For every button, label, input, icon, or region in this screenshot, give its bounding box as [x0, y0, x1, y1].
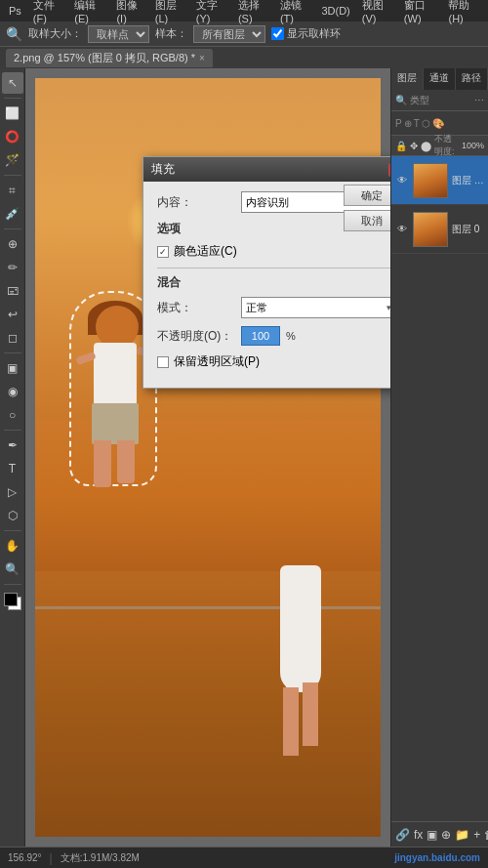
eyedropper-tool[interactable]: 💉	[2, 203, 23, 225]
filter-icon-3[interactable]: T	[414, 118, 420, 129]
menu-image[interactable]: 图像(I)	[111, 0, 147, 26]
add-group-button[interactable]: 📁	[455, 827, 469, 843]
sample-size-dropdown[interactable]: 取样点	[88, 25, 149, 43]
menu-layer[interactable]: 图层(L)	[150, 0, 189, 26]
tab-layers[interactable]: 图层	[391, 68, 424, 90]
layer-item-1[interactable]: 👁 图层 0	[391, 205, 488, 254]
new-layer-button[interactable]: +	[473, 827, 480, 843]
layer-eye-1[interactable]: 👁	[395, 223, 409, 236]
path-selection-tool[interactable]: ▷	[2, 481, 23, 503]
menu-edit[interactable]: 编辑(E)	[69, 0, 109, 26]
color-swatch[interactable]	[4, 593, 21, 610]
add-adjustment-button[interactable]: ⊕	[441, 827, 451, 843]
text-tool[interactable]: T	[2, 458, 23, 479]
marquee-tool[interactable]: ⬜	[2, 103, 23, 124]
blending-section-label: 混合	[157, 274, 390, 291]
menu-3d[interactable]: 3D(D)	[316, 3, 354, 19]
layer-eye-0[interactable]: 👁	[395, 174, 409, 187]
dialog-ok-button[interactable]: 确定	[344, 185, 390, 206]
document-tab[interactable]: 2.png @ 157% (图层 0 拷贝, RGB/8) * ×	[6, 49, 213, 67]
shape-tool[interactable]: ⬡	[2, 505, 23, 526]
child-leg-right	[117, 440, 135, 483]
dialog-close-button[interactable]: ×	[388, 163, 390, 177]
layers-bottom-actions: 🔗 fx ▣ ⊕ 📁 + 🗑	[391, 821, 488, 847]
adult-leg-left	[283, 687, 299, 756]
brush-tool[interactable]: ✏	[2, 257, 23, 278]
canvas-area: 填充 × 确定 取消 内容： 内容识别 ▾ 选项	[25, 68, 390, 847]
hand-tool[interactable]: ✋	[2, 535, 23, 557]
child-shorts	[92, 403, 139, 444]
opacity-input[interactable]: 100	[241, 326, 280, 346]
lock-icon: 🔒	[395, 141, 407, 151]
opacity-unit: %	[286, 330, 296, 342]
toolbar-separator-2	[4, 175, 21, 176]
menu-window[interactable]: 窗口(W)	[399, 0, 442, 26]
menu-filter[interactable]: 滤镜(T)	[275, 0, 315, 26]
add-effect-button[interactable]: fx	[414, 827, 423, 843]
adult-dress	[280, 565, 321, 692]
tab-channels[interactable]: 通道	[424, 68, 456, 90]
delete-layer-button[interactable]: 🗑	[484, 827, 488, 843]
menu-ps-logo[interactable]: Ps	[4, 3, 26, 19]
preserve-transparency-checkbox[interactable]	[157, 356, 169, 368]
link-layers-button[interactable]: 🔗	[395, 827, 410, 843]
eyedropper-icon: 🔍	[6, 26, 22, 42]
layers-tools: 🔒 ✥ ⬤ 不透明度: 100%	[391, 135, 488, 156]
lasso-tool[interactable]: ⭕	[2, 126, 23, 147]
layers-search-options-icon: ⋯	[474, 95, 484, 105]
dialog-divider	[157, 268, 390, 269]
zoom-tool[interactable]: 🔍	[2, 558, 23, 580]
layers-list: 👁 图层 0 拷贝 👁 图层 0	[391, 156, 488, 821]
history-brush-tool[interactable]: ↩	[2, 304, 23, 325]
eraser-tool[interactable]: ◻	[2, 327, 23, 349]
toolbar-separator-6	[4, 530, 21, 531]
mode-dropdown-arrow: ▾	[386, 303, 390, 312]
move-tool[interactable]: ↖	[2, 72, 23, 94]
menu-select[interactable]: 选择(S)	[233, 0, 273, 26]
foreground-color-swatch[interactable]	[4, 593, 18, 606]
tab-close-icon[interactable]: ×	[199, 53, 205, 63]
mode-label: 模式：	[157, 300, 235, 316]
healing-tool[interactable]: ⊕	[2, 233, 23, 255]
filter-icon-1[interactable]: P	[395, 118, 402, 129]
dialog-body: 确定 取消 内容： 内容识别 ▾ 选项 ✓ 颜色适应(C)	[143, 182, 390, 388]
tab-paths[interactable]: 路径	[456, 68, 488, 90]
add-mask-button[interactable]: ▣	[427, 827, 437, 843]
dialog-cancel-button[interactable]: 取消	[344, 210, 390, 231]
gradient-tool[interactable]: ▣	[2, 357, 23, 379]
toolbar-separator-5	[4, 430, 21, 431]
quick-select-tool[interactable]: 🪄	[2, 149, 23, 171]
show-ring-checkbox[interactable]	[271, 27, 284, 40]
layer-thumb-0	[413, 163, 448, 198]
layer-item-0[interactable]: 👁 图层 0 拷贝	[391, 156, 488, 205]
filter-icon-2[interactable]: ⊕	[404, 118, 412, 129]
left-toolbar: ↖ ⬜ ⭕ 🪄 ⌗ 💉 ⊕ ✏ 🖃 ↩ ◻ ▣ ◉ ○ ✒ T ▷ ⬡ ✋ 🔍	[0, 68, 25, 847]
opacity-row: 不透明度(O)： 100 %	[157, 326, 390, 346]
show-ring-checkbox-label[interactable]: 显示取样环	[271, 26, 341, 41]
clone-tool[interactable]: 🖃	[2, 280, 23, 302]
filter-icon-5[interactable]: 🎨	[432, 118, 444, 129]
layer-thumb-inner-1	[414, 213, 447, 246]
layer-thumb-inner-0	[414, 164, 447, 197]
menu-text[interactable]: 文字(Y)	[191, 0, 231, 26]
coordinates-display: 156.92°	[8, 852, 42, 863]
sample-dropdown[interactable]: 所有图层	[193, 25, 265, 43]
menu-help[interactable]: 帮助(H)	[443, 0, 484, 26]
layer-info-1: 图层 0	[452, 223, 484, 236]
menu-bar: Ps 文件(F) 编辑(E) 图像(I) 图层(L) 文字(Y) 选择(S) 滤…	[0, 0, 488, 21]
layer-name-0: 图层 0 拷贝	[452, 174, 484, 187]
menu-view[interactable]: 视图(V)	[357, 0, 397, 26]
layers-filter-bar: P ⊕ T ⬡ 🎨	[391, 111, 488, 135]
right-panel-tabs: 图层 通道 路径	[391, 68, 488, 90]
menu-file[interactable]: 文件(F)	[28, 0, 68, 26]
doc-size-display: 文档:1.91M/3.82M	[61, 851, 140, 865]
blur-tool[interactable]: ◉	[2, 381, 23, 402]
toolbar-separator-7	[4, 584, 21, 585]
dodge-tool[interactable]: ○	[2, 404, 23, 426]
crop-tool[interactable]: ⌗	[2, 180, 23, 201]
pen-tool[interactable]: ✒	[2, 434, 23, 456]
dialog-title: 填充	[151, 161, 175, 178]
mode-dropdown[interactable]: 正常 ▾	[241, 297, 390, 318]
color-adapt-checkbox[interactable]: ✓	[157, 246, 169, 258]
filter-icon-4[interactable]: ⬡	[422, 118, 430, 129]
